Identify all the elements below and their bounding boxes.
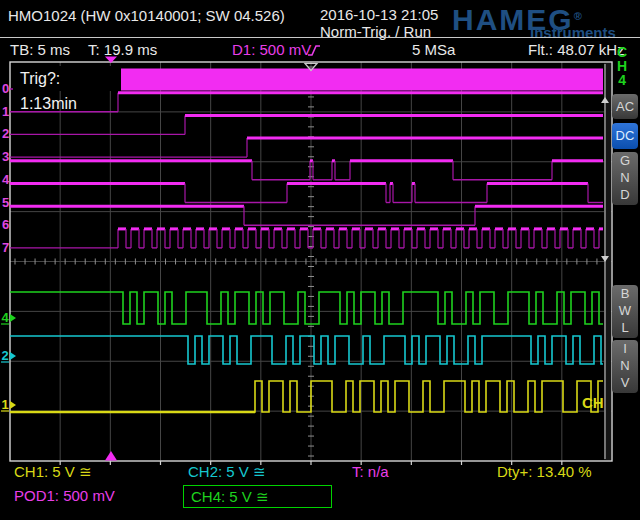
side-button-dc[interactable]: DC: [612, 123, 638, 149]
svg-text:4: 4: [2, 172, 10, 187]
svg-text:7: 7: [2, 240, 9, 255]
period-measure-label: T: n/a: [352, 463, 389, 481]
side-menu-channel-label: C H 4: [617, 45, 627, 87]
ch2-scale-label: CH2: 5 V ≅: [188, 463, 266, 481]
svg-text:1: 1: [2, 104, 9, 119]
svg-text:4: 4: [1, 310, 9, 325]
svg-text:3: 3: [2, 149, 9, 164]
ch-clipped-label: CH: [582, 394, 604, 411]
duty-cycle-label: Dty+: 13.40 %: [497, 463, 592, 481]
svg-text:0: 0: [2, 81, 9, 96]
side-button-ac[interactable]: AC: [612, 94, 638, 119]
side-button-bwl[interactable]: B W L: [612, 285, 638, 338]
trigger-warning-box: Trig?: 1:13min: [13, 66, 121, 91]
side-button-inv[interactable]: I N V: [612, 340, 638, 393]
pod1-scale-label: POD1: 500 mV: [14, 487, 115, 505]
svg-text:6: 6: [2, 217, 9, 232]
ch4-selected-box[interactable]: CH4: 5 V ≅: [183, 485, 332, 508]
oscilloscope-screen: HMO1024 (HW 0x10140001; SW 04.526) 2016-…: [0, 0, 640, 520]
svg-text:1: 1: [1, 397, 8, 412]
side-button-gnd[interactable]: G N D: [612, 152, 638, 205]
svg-text:2: 2: [1, 348, 8, 363]
ch1-scale-label: CH1: 5 V ≅: [14, 463, 92, 481]
svg-text:2: 2: [2, 126, 9, 141]
svg-text:5: 5: [2, 195, 9, 210]
